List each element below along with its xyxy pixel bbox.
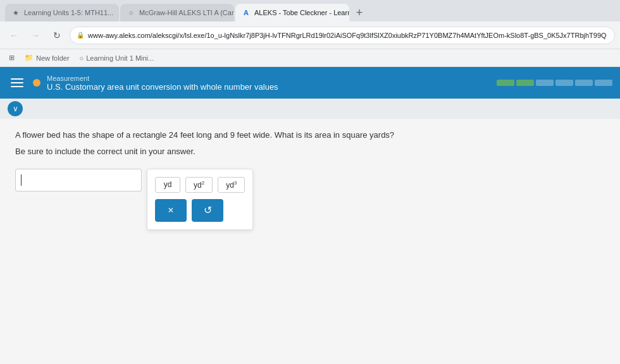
tab-favicon-1: ★ <box>11 8 20 17</box>
folder-icon: 📁 <box>25 54 34 62</box>
instruction-text: Be sure to include the correct unit in y… <box>15 147 605 156</box>
aleks-app: Measurement U.S. Customary area unit con… <box>0 67 620 364</box>
apps-icon: ⊞ <box>9 54 15 62</box>
text-cursor <box>21 174 22 186</box>
progress-seg-4 <box>555 80 573 86</box>
unit-button-yd3[interactable]: yd3 <box>218 177 245 193</box>
chevron-down-icon: ∨ <box>13 104 18 113</box>
answer-section: yd yd2 yd3 × ↺ <box>15 169 605 230</box>
content-area: Measurement U.S. Customary area unit con… <box>0 67 620 364</box>
tab-favicon-2: ○ <box>127 8 135 17</box>
hamburger-line-1 <box>11 78 23 80</box>
unit-button-yd2[interactable]: yd2 <box>185 177 213 193</box>
bookmarks-bar: ⊞ 📁 New folder ○ Learning Unit 1 Mini... <box>0 49 620 67</box>
bookmark-circle-icon: ○ <box>80 54 84 62</box>
tab-label-3: ALEKS - Tobe Cleckner - Learn... <box>254 9 349 16</box>
chevron-down-button[interactable]: ∨ <box>8 101 23 116</box>
new-tab-button[interactable]: + <box>350 4 368 21</box>
tab-learning-units[interactable]: ★ Learning Units 1-5: MTH11... × <box>5 4 119 21</box>
url-text: www-awy.aleks.com/alekscgi/x/lsl.exe/1o_… <box>88 32 607 39</box>
lock-icon: 🔒 <box>77 32 84 39</box>
tab-bar: ★ Learning Units 1-5: MTH11... × ○ McGra… <box>0 0 620 21</box>
chevron-row: ∨ <box>0 99 620 119</box>
progress-seg-2 <box>516 80 534 86</box>
header-content: Measurement U.S. Customary area unit con… <box>47 75 490 92</box>
forward-button[interactable]: → <box>27 27 44 44</box>
hamburger-line-2 <box>11 82 23 83</box>
undo-button[interactable]: ↺ <box>192 199 223 222</box>
progress-seg-3 <box>536 80 554 86</box>
clear-icon: × <box>168 205 173 216</box>
tab-label-1: Learning Units 1-5: MTH11... <box>24 9 113 16</box>
progress-seg-5 <box>575 80 593 86</box>
header-category: Measurement <box>47 75 490 82</box>
tab-label-2: McGraw-Hill ALEKS LTI A (Can... <box>139 9 234 16</box>
answer-input-box[interactable] <box>15 169 142 191</box>
address-bar: ← → ↻ 🔒 www-awy.aleks.com/alekscgi/x/lsl… <box>0 21 620 49</box>
tab-close-1[interactable]: × <box>117 8 119 17</box>
action-buttons-row: × ↺ <box>155 199 245 222</box>
clear-button[interactable]: × <box>155 199 187 222</box>
progress-seg-1 <box>497 80 514 86</box>
tab-aleks-active[interactable]: A ALEKS - Tobe Cleckner - Learn... × <box>235 4 349 21</box>
tab-favicon-3: A <box>242 8 251 17</box>
header-progress <box>497 80 612 86</box>
hamburger-line-3 <box>11 86 23 87</box>
unit-buttons-row: yd yd2 yd3 <box>155 177 245 193</box>
aleks-header: Measurement U.S. Customary area unit con… <box>0 67 620 99</box>
header-title: U.S. Customary area unit conversion with… <box>47 82 490 92</box>
question-text: A flower bed has the shape of a rectangl… <box>15 129 605 142</box>
unit-panel: yd yd2 yd3 × ↺ <box>147 169 253 230</box>
bookmark-label-folder: New folder <box>36 54 70 62</box>
bookmark-apps[interactable]: ⊞ <box>5 52 18 63</box>
reload-button[interactable]: ↻ <box>48 27 66 44</box>
status-indicator <box>33 79 40 87</box>
url-bar[interactable]: 🔒 www-awy.aleks.com/alekscgi/x/lsl.exe/1… <box>70 27 615 44</box>
progress-seg-6 <box>595 80 612 86</box>
bookmark-learning-unit[interactable]: ○ Learning Unit 1 Mini... <box>76 53 158 63</box>
tab-mcgraw[interactable]: ○ McGraw-Hill ALEKS LTI A (Can... × <box>120 4 234 21</box>
bookmark-new-folder[interactable]: 📁 New folder <box>21 52 73 63</box>
unit-button-yd[interactable]: yd <box>155 177 180 193</box>
back-button[interactable]: ← <box>5 27 23 44</box>
undo-icon: ↺ <box>204 204 212 216</box>
browser-window: ★ Learning Units 1-5: MTH11... × ○ McGra… <box>0 0 620 364</box>
question-area: A flower bed has the shape of a rectangl… <box>0 119 620 364</box>
hamburger-button[interactable] <box>8 73 27 92</box>
bookmark-label-learning: Learning Unit 1 Mini... <box>86 54 154 62</box>
